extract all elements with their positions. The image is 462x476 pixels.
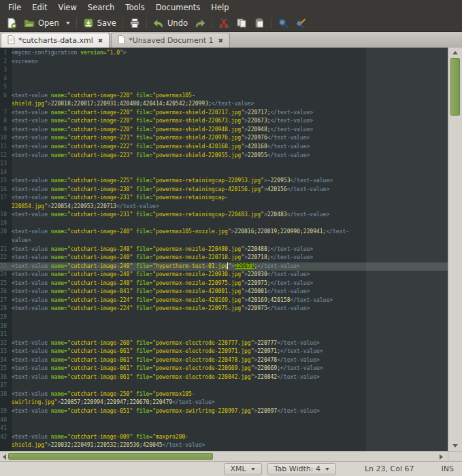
menu-documents[interactable]: Documents — [150, 1, 206, 14]
code-line[interactable]: 23<text-value name="cutchart-image-240" … — [0, 262, 448, 271]
code-line[interactable]: 31 — [0, 330, 448, 339]
code-line[interactable]: 14 — [0, 169, 448, 177]
code-line[interactable]: 12<text-value name="cutchart-image-223" … — [0, 152, 448, 160]
editor-area: 1<mycnc-configuration version="1.0">2<sc… — [0, 48, 462, 451]
code-line[interactable]: 3 — [0, 66, 448, 75]
open-button[interactable]: Open — [20, 16, 63, 30]
scroll-left-arrow-icon[interactable] — [3, 454, 6, 460]
menu-help[interactable]: Help — [205, 1, 234, 14]
cut-button[interactable] — [215, 16, 233, 30]
code-line[interactable]: 30 — [0, 322, 448, 331]
menu-file[interactable]: File — [3, 1, 27, 14]
line-number: 23 — [0, 262, 10, 271]
code-line[interactable]: 38<text-value name="cutchart-image-250" … — [0, 390, 448, 407]
code-text: <text-value name="cutchart-image-225" fi… — [12, 177, 355, 186]
code-line[interactable]: 28<text-value name="cutchart-image-224" … — [0, 305, 448, 313]
code-line[interactable]: 6<text-value name="cutchart-image-220" f… — [0, 92, 448, 109]
code-line[interactable]: 32<text-value name="cutchart-image-260" … — [0, 339, 448, 348]
vertical-scrollbar[interactable] — [448, 48, 462, 451]
find-replace-button[interactable] — [292, 16, 310, 30]
code-text — [12, 313, 355, 322]
code-line[interactable]: 20<text-value name="cutchart-image-240" … — [0, 228, 448, 245]
menu-view[interactable]: View — [53, 1, 82, 14]
code-line[interactable]: 40 — [0, 416, 448, 425]
language-selector[interactable]: XML — [224, 463, 262, 475]
code-text: <text-value name="cutchart-image-224" fi… — [12, 305, 355, 313]
code-line[interactable]: 22<text-value name="cutchart-image-240" … — [0, 254, 448, 262]
code-line[interactable]: 33<text-value name="cutchart-image-061" … — [0, 347, 448, 356]
code-line[interactable]: 34<text-value name="cutchart-image-061" … — [0, 356, 448, 365]
code-line[interactable]: 19 — [0, 220, 448, 228]
code-line[interactable]: 29 — [0, 313, 448, 322]
line-number: 36 — [0, 373, 10, 382]
code-line[interactable]: 25<text-value name="cutchart-image-240" … — [0, 279, 448, 288]
horizontal-scrollbar[interactable] — [0, 451, 462, 461]
save-icon — [83, 18, 94, 29]
menu-edit[interactable]: Edit — [27, 1, 52, 14]
code-line[interactable]: 13 — [0, 160, 448, 169]
line-number: 21 — [0, 245, 10, 254]
code-line[interactable]: 10<text-value name="cutchart-image-221" … — [0, 134, 448, 143]
code-line[interactable]: 5 — [0, 83, 448, 92]
code-line[interactable]: 26<text-value name="cutchart-image-041" … — [0, 288, 448, 296]
code-line[interactable]: 17<text-value name="cutchart-image-231" … — [0, 194, 448, 211]
tab-cutcharts-data-xml[interactable]: *cutcharts-data.xml ✖ — [1, 33, 110, 48]
save-button[interactable]: Save — [80, 16, 120, 30]
code-line[interactable]: 4 — [0, 75, 448, 84]
code-line[interactable]: 15<text-value name="cutchart-image-225" … — [0, 177, 448, 186]
code-line[interactable]: 18<text-value name="cutchart-image-231" … — [0, 211, 448, 220]
scroll-down-arrow-icon[interactable] — [452, 444, 458, 447]
code-line[interactable]: 9<text-value name="cutchart-image-220" f… — [0, 126, 448, 135]
copy-button[interactable] — [233, 16, 250, 30]
code-line[interactable]: 16<text-value name="cutchart-image-230" … — [0, 186, 448, 194]
code-line[interactable]: 42<text-value name="cutchart-image-009" … — [0, 433, 448, 450]
close-icon[interactable]: ✖ — [97, 37, 103, 44]
code-text: <text-value name="cutchart-image-240" fi… — [12, 279, 355, 288]
code-text — [12, 322, 355, 331]
new-document-icon — [6, 18, 17, 29]
code-text: <text-value name="cutchart-image-240" fi… — [12, 271, 355, 279]
code-line[interactable]: 36<text-value name="cutchart-image-061" … — [0, 373, 448, 382]
code-text: <screen> — [12, 58, 355, 67]
code-text — [12, 220, 355, 228]
scroll-up-arrow-icon[interactable] — [452, 51, 458, 54]
language-label: XML — [231, 464, 246, 473]
code-line[interactable]: 27<text-value name="cutchart-image-224" … — [0, 296, 448, 305]
vertical-scrollbar-thumb[interactable] — [450, 58, 460, 116]
code-line[interactable]: 41 — [0, 424, 448, 433]
menu-search[interactable]: Search — [82, 1, 120, 14]
document-icon — [118, 35, 125, 46]
line-number: 37 — [0, 381, 10, 390]
code-text: <text-value name="cutchart-image-222" fi… — [12, 143, 355, 152]
undo-button[interactable]: Undo — [150, 16, 191, 30]
code-line[interactable]: 24<text-value name="cutchart-image-240" … — [0, 271, 448, 279]
line-number: 26 — [0, 288, 10, 296]
tab-unsaved-document-1[interactable]: *Unsaved Document 1 ✖ — [111, 33, 230, 48]
close-icon[interactable]: ✖ — [216, 37, 223, 44]
open-menu-button[interactable] — [63, 20, 73, 26]
code-text: <text-value name="cutchart-image-061" fi… — [12, 364, 355, 373]
menu-tools[interactable]: Tools — [120, 1, 150, 14]
code-line[interactable]: 21<text-value name="cutchart-image-240" … — [0, 245, 448, 254]
tab-width-selector[interactable]: Tab Width: 4 — [267, 463, 336, 475]
code-line[interactable]: 39<text-value name="cutchart-image-051" … — [0, 407, 448, 416]
line-number: 33 — [0, 347, 10, 356]
code-line[interactable]: 37 — [0, 381, 448, 390]
new-document-button[interactable] — [3, 16, 20, 30]
redo-button[interactable] — [191, 16, 209, 30]
paste-button[interactable] — [250, 16, 268, 30]
code-line[interactable]: 2<screen> — [0, 58, 448, 67]
scroll-right-arrow-icon[interactable] — [440, 454, 443, 460]
code-line[interactable]: 11<text-value name="cutchart-image-222" … — [0, 143, 448, 152]
code-line[interactable]: 1<mycnc-configuration version="1.0"> — [0, 49, 448, 58]
print-button[interactable] — [126, 16, 144, 30]
line-number: 42 — [0, 433, 10, 450]
line-number: 12 — [0, 152, 10, 160]
code-line[interactable]: 7<text-value name="cutchart-image-220" f… — [0, 109, 448, 118]
text-view[interactable]: 1<mycnc-configuration version="1.0">2<sc… — [0, 48, 448, 451]
code-line[interactable]: 8<text-value name="cutchart-image-220" f… — [0, 117, 448, 126]
code-line[interactable]: 35<text-value name="cutchart-image-061" … — [0, 364, 448, 373]
find-button[interactable] — [274, 16, 292, 30]
horizontal-scrollbar-thumb[interactable] — [8, 453, 213, 460]
code-text: <text-value name="cutchart-image-250" fi… — [12, 390, 355, 407]
